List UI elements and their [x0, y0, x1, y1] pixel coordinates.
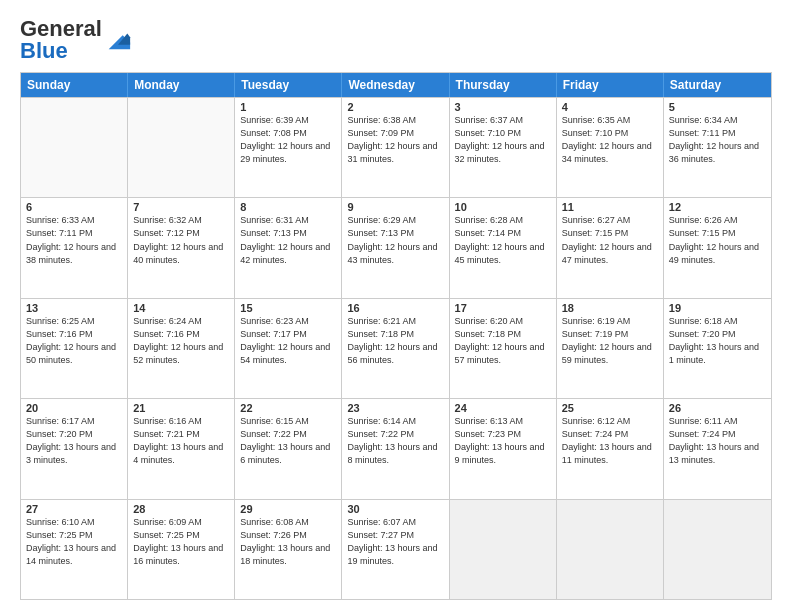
page: General Blue SundayMondayTuesdayWednesda… [0, 0, 792, 612]
day-number: 1 [240, 101, 336, 113]
logo-blue: Blue [20, 38, 68, 63]
calendar-cell-3: 3Sunrise: 6:37 AM Sunset: 7:10 PM Daylig… [450, 98, 557, 197]
weekday-header-wednesday: Wednesday [342, 73, 449, 97]
day-info: Sunrise: 6:16 AM Sunset: 7:21 PM Dayligh… [133, 415, 229, 467]
day-info: Sunrise: 6:09 AM Sunset: 7:25 PM Dayligh… [133, 516, 229, 568]
day-number: 28 [133, 503, 229, 515]
day-number: 25 [562, 402, 658, 414]
calendar-cell-28: 28Sunrise: 6:09 AM Sunset: 7:25 PM Dayli… [128, 500, 235, 599]
calendar-row-4: 20Sunrise: 6:17 AM Sunset: 7:20 PM Dayli… [21, 398, 771, 498]
day-number: 6 [26, 201, 122, 213]
calendar-cell-24: 24Sunrise: 6:13 AM Sunset: 7:23 PM Dayli… [450, 399, 557, 498]
day-info: Sunrise: 6:14 AM Sunset: 7:22 PM Dayligh… [347, 415, 443, 467]
calendar-cell-17: 17Sunrise: 6:20 AM Sunset: 7:18 PM Dayli… [450, 299, 557, 398]
day-info: Sunrise: 6:08 AM Sunset: 7:26 PM Dayligh… [240, 516, 336, 568]
calendar-cell-10: 10Sunrise: 6:28 AM Sunset: 7:14 PM Dayli… [450, 198, 557, 297]
day-number: 22 [240, 402, 336, 414]
day-number: 30 [347, 503, 443, 515]
day-number: 26 [669, 402, 766, 414]
calendar-cell-7: 7Sunrise: 6:32 AM Sunset: 7:12 PM Daylig… [128, 198, 235, 297]
calendar-cell-15: 15Sunrise: 6:23 AM Sunset: 7:17 PM Dayli… [235, 299, 342, 398]
calendar-cell-11: 11Sunrise: 6:27 AM Sunset: 7:15 PM Dayli… [557, 198, 664, 297]
calendar-cell-empty [21, 98, 128, 197]
day-info: Sunrise: 6:27 AM Sunset: 7:15 PM Dayligh… [562, 214, 658, 266]
weekday-header-thursday: Thursday [450, 73, 557, 97]
day-number: 12 [669, 201, 766, 213]
day-info: Sunrise: 6:13 AM Sunset: 7:23 PM Dayligh… [455, 415, 551, 467]
calendar-body: 1Sunrise: 6:39 AM Sunset: 7:08 PM Daylig… [21, 97, 771, 599]
day-info: Sunrise: 6:23 AM Sunset: 7:17 PM Dayligh… [240, 315, 336, 367]
day-info: Sunrise: 6:34 AM Sunset: 7:11 PM Dayligh… [669, 114, 766, 166]
header: General Blue [20, 18, 772, 62]
day-number: 7 [133, 201, 229, 213]
day-number: 15 [240, 302, 336, 314]
day-info: Sunrise: 6:35 AM Sunset: 7:10 PM Dayligh… [562, 114, 658, 166]
day-number: 8 [240, 201, 336, 213]
calendar-cell-8: 8Sunrise: 6:31 AM Sunset: 7:13 PM Daylig… [235, 198, 342, 297]
calendar-cell-14: 14Sunrise: 6:24 AM Sunset: 7:16 PM Dayli… [128, 299, 235, 398]
logo-icon [104, 26, 132, 54]
weekday-header-friday: Friday [557, 73, 664, 97]
calendar-cell-16: 16Sunrise: 6:21 AM Sunset: 7:18 PM Dayli… [342, 299, 449, 398]
calendar-cell-19: 19Sunrise: 6:18 AM Sunset: 7:20 PM Dayli… [664, 299, 771, 398]
weekday-header-monday: Monday [128, 73, 235, 97]
day-number: 2 [347, 101, 443, 113]
day-info: Sunrise: 6:19 AM Sunset: 7:19 PM Dayligh… [562, 315, 658, 367]
calendar-cell-4: 4Sunrise: 6:35 AM Sunset: 7:10 PM Daylig… [557, 98, 664, 197]
day-info: Sunrise: 6:32 AM Sunset: 7:12 PM Dayligh… [133, 214, 229, 266]
calendar-cell-30: 30Sunrise: 6:07 AM Sunset: 7:27 PM Dayli… [342, 500, 449, 599]
day-info: Sunrise: 6:15 AM Sunset: 7:22 PM Dayligh… [240, 415, 336, 467]
day-info: Sunrise: 6:10 AM Sunset: 7:25 PM Dayligh… [26, 516, 122, 568]
weekday-header-saturday: Saturday [664, 73, 771, 97]
logo-text: General Blue [20, 18, 102, 62]
logo: General Blue [20, 18, 132, 62]
day-info: Sunrise: 6:31 AM Sunset: 7:13 PM Dayligh… [240, 214, 336, 266]
calendar-cell-empty [128, 98, 235, 197]
day-info: Sunrise: 6:26 AM Sunset: 7:15 PM Dayligh… [669, 214, 766, 266]
day-number: 17 [455, 302, 551, 314]
day-info: Sunrise: 6:24 AM Sunset: 7:16 PM Dayligh… [133, 315, 229, 367]
day-info: Sunrise: 6:17 AM Sunset: 7:20 PM Dayligh… [26, 415, 122, 467]
day-info: Sunrise: 6:25 AM Sunset: 7:16 PM Dayligh… [26, 315, 122, 367]
calendar: SundayMondayTuesdayWednesdayThursdayFrid… [20, 72, 772, 600]
weekday-header-sunday: Sunday [21, 73, 128, 97]
day-number: 14 [133, 302, 229, 314]
day-info: Sunrise: 6:07 AM Sunset: 7:27 PM Dayligh… [347, 516, 443, 568]
calendar-row-5: 27Sunrise: 6:10 AM Sunset: 7:25 PM Dayli… [21, 499, 771, 599]
day-info: Sunrise: 6:39 AM Sunset: 7:08 PM Dayligh… [240, 114, 336, 166]
day-number: 24 [455, 402, 551, 414]
day-number: 10 [455, 201, 551, 213]
calendar-cell-5: 5Sunrise: 6:34 AM Sunset: 7:11 PM Daylig… [664, 98, 771, 197]
day-info: Sunrise: 6:11 AM Sunset: 7:24 PM Dayligh… [669, 415, 766, 467]
day-info: Sunrise: 6:37 AM Sunset: 7:10 PM Dayligh… [455, 114, 551, 166]
day-number: 11 [562, 201, 658, 213]
day-number: 16 [347, 302, 443, 314]
calendar-cell-6: 6Sunrise: 6:33 AM Sunset: 7:11 PM Daylig… [21, 198, 128, 297]
day-number: 13 [26, 302, 122, 314]
calendar-cell-18: 18Sunrise: 6:19 AM Sunset: 7:19 PM Dayli… [557, 299, 664, 398]
calendar-cell-2: 2Sunrise: 6:38 AM Sunset: 7:09 PM Daylig… [342, 98, 449, 197]
day-number: 20 [26, 402, 122, 414]
calendar-cell-empty [450, 500, 557, 599]
day-number: 27 [26, 503, 122, 515]
day-info: Sunrise: 6:38 AM Sunset: 7:09 PM Dayligh… [347, 114, 443, 166]
calendar-cell-empty [664, 500, 771, 599]
day-number: 5 [669, 101, 766, 113]
day-number: 23 [347, 402, 443, 414]
calendar-cell-27: 27Sunrise: 6:10 AM Sunset: 7:25 PM Dayli… [21, 500, 128, 599]
calendar-cell-29: 29Sunrise: 6:08 AM Sunset: 7:26 PM Dayli… [235, 500, 342, 599]
calendar-cell-12: 12Sunrise: 6:26 AM Sunset: 7:15 PM Dayli… [664, 198, 771, 297]
calendar-cell-9: 9Sunrise: 6:29 AM Sunset: 7:13 PM Daylig… [342, 198, 449, 297]
day-info: Sunrise: 6:21 AM Sunset: 7:18 PM Dayligh… [347, 315, 443, 367]
calendar-row-1: 1Sunrise: 6:39 AM Sunset: 7:08 PM Daylig… [21, 97, 771, 197]
calendar-row-2: 6Sunrise: 6:33 AM Sunset: 7:11 PM Daylig… [21, 197, 771, 297]
weekday-header-tuesday: Tuesday [235, 73, 342, 97]
day-info: Sunrise: 6:28 AM Sunset: 7:14 PM Dayligh… [455, 214, 551, 266]
day-number: 21 [133, 402, 229, 414]
day-number: 4 [562, 101, 658, 113]
day-info: Sunrise: 6:33 AM Sunset: 7:11 PM Dayligh… [26, 214, 122, 266]
day-number: 18 [562, 302, 658, 314]
calendar-cell-13: 13Sunrise: 6:25 AM Sunset: 7:16 PM Dayli… [21, 299, 128, 398]
day-info: Sunrise: 6:12 AM Sunset: 7:24 PM Dayligh… [562, 415, 658, 467]
day-number: 29 [240, 503, 336, 515]
